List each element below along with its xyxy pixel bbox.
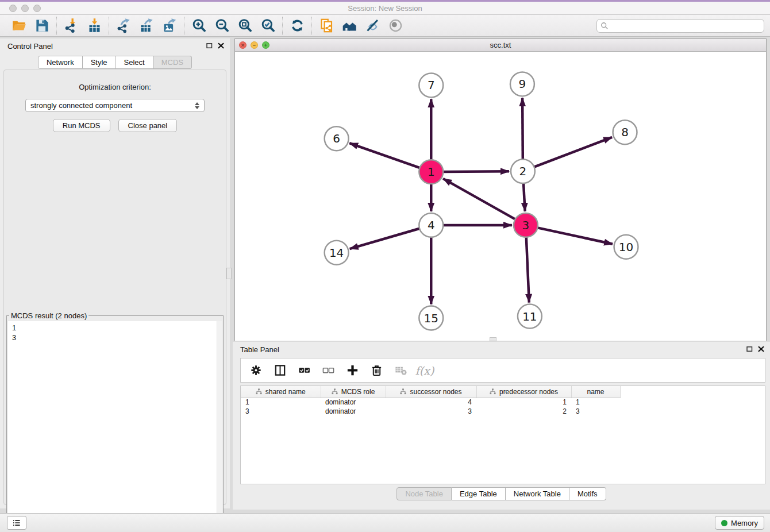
node-9[interactable]: 9 [510, 72, 534, 96]
tab-network[interactable]: Network [38, 56, 83, 69]
close-panel-icon[interactable] [218, 43, 224, 49]
function-builder-button[interactable]: f(x) [417, 363, 433, 379]
horizontal-splitter-handle[interactable] [490, 337, 496, 341]
svg-text:11: 11 [522, 310, 537, 323]
edge-4-14[interactable] [350, 229, 420, 249]
node-6[interactable]: 6 [325, 126, 349, 151]
run-mcds-button[interactable]: Run MCDS [53, 119, 110, 132]
cell-successor-nodes[interactable]: 4 [386, 398, 476, 407]
column-header-successor-nodes[interactable]: successor nodes [386, 386, 476, 398]
edge-3-11[interactable] [526, 237, 529, 303]
node-table-container[interactable]: shared nameMCDS rolesuccessor nodesprede… [240, 385, 765, 484]
node-7[interactable]: 7 [419, 73, 443, 97]
cell-mcds-role[interactable]: dominator [321, 398, 386, 407]
mcds-result-line: 3 [12, 333, 222, 342]
import-network-icon [64, 18, 79, 33]
tab-style[interactable]: Style [83, 56, 116, 69]
edge-2-9[interactable] [522, 98, 523, 159]
close-panel-button[interactable]: Close panel [118, 119, 178, 132]
delete-table-button[interactable] [392, 363, 409, 379]
zoom-out-icon [214, 18, 230, 33]
float-panel-icon[interactable] [206, 43, 213, 49]
import-table-button[interactable] [84, 17, 104, 35]
node-2[interactable]: 2 [511, 159, 535, 183]
cell-mcds-role[interactable]: dominator [321, 407, 386, 416]
zoom-out-button[interactable] [212, 17, 232, 35]
task-history-button[interactable] [7, 516, 26, 530]
column-header-predecessor-nodes[interactable]: predecessor nodes [476, 386, 571, 398]
node-4[interactable]: 4 [419, 213, 443, 237]
node-11[interactable]: 11 [518, 304, 542, 329]
import-network-button[interactable] [61, 17, 81, 35]
table-row[interactable]: 1dominator411 [241, 398, 620, 407]
search-field[interactable] [596, 19, 764, 33]
edge-1-6[interactable] [349, 143, 419, 168]
delete-column-button[interactable] [368, 363, 384, 379]
cell-shared-name[interactable]: 3 [241, 407, 321, 416]
export-table-button[interactable] [137, 17, 156, 35]
open-folder-icon [11, 18, 27, 33]
export-image-button[interactable] [160, 17, 179, 35]
table-row[interactable]: 3dominator323 [241, 407, 620, 416]
node-14[interactable]: 14 [325, 241, 349, 265]
edge-3-1[interactable] [443, 179, 515, 219]
show-hide-panel-button[interactable] [386, 17, 405, 35]
memory-status-icon [721, 520, 727, 526]
export-network-button[interactable] [114, 17, 133, 35]
cell-predecessor-nodes[interactable]: 1 [476, 398, 571, 407]
column-header-mcds-role[interactable]: MCDS role [321, 386, 386, 398]
tab-select[interactable]: Select [116, 56, 153, 69]
network-window-titlebar[interactable]: ✕ − + scc.txt [235, 39, 766, 52]
node-1[interactable]: 1 [419, 160, 443, 184]
status-bar: Memory [0, 513, 770, 532]
cell-name[interactable]: 1 [571, 398, 620, 407]
control-panel: Control Panel NetworkStyleSelectMCDS Opt… [0, 38, 230, 508]
column-header-name[interactable]: name [571, 386, 620, 398]
refresh-view-button[interactable] [287, 17, 307, 35]
network-canvas[interactable]: 7968124314101511 [235, 52, 766, 341]
edge-3-10[interactable] [537, 228, 613, 244]
select-all-columns-button[interactable] [296, 363, 312, 379]
optimization-criterion-select[interactable]: strongly connected component [25, 99, 205, 112]
vertical-splitter-handle[interactable] [226, 268, 232, 279]
search-input[interactable] [611, 20, 760, 32]
column-header-shared-name[interactable]: shared name [241, 386, 321, 398]
cell-name[interactable]: 3 [571, 407, 620, 416]
zoom-in-icon [191, 18, 207, 33]
zoom-selected-button[interactable] [258, 17, 278, 35]
create-column-button[interactable] [344, 363, 360, 379]
edge-2-8[interactable] [534, 137, 612, 167]
tab-network-table[interactable]: Network Table [506, 487, 569, 500]
export-table-icon [139, 18, 155, 33]
show-column-panel-button[interactable] [272, 363, 288, 379]
zoom-in-button[interactable] [189, 17, 209, 35]
node-8[interactable]: 8 [613, 120, 637, 144]
show-graphics-details-button[interactable] [363, 17, 382, 35]
node-15[interactable]: 15 [419, 306, 443, 330]
memory-button[interactable]: Memory [715, 516, 764, 530]
close-table-panel-icon[interactable] [758, 346, 764, 352]
save-floppy-icon [34, 18, 50, 33]
float-table-panel-icon[interactable] [746, 346, 753, 352]
cell-shared-name[interactable]: 1 [241, 398, 321, 407]
tab-mcds[interactable]: MCDS [153, 56, 192, 69]
tab-node-table[interactable]: Node Table [396, 487, 452, 500]
cell-successor-nodes[interactable]: 3 [386, 407, 476, 416]
node-10[interactable]: 10 [614, 235, 638, 259]
first-neighbors-button[interactable] [340, 17, 359, 35]
mcds-result-box[interactable]: 13 [8, 321, 222, 526]
node-3[interactable]: 3 [514, 213, 538, 237]
cell-predecessor-nodes[interactable]: 2 [476, 407, 571, 416]
tab-edge-table[interactable]: Edge Table [452, 487, 506, 500]
node-table[interactable]: shared nameMCDS rolesuccessor nodesprede… [241, 386, 621, 416]
edge-2-3[interactable] [523, 183, 525, 211]
table-settings-button[interactable] [248, 363, 264, 379]
zoom-fit-button[interactable] [235, 17, 255, 35]
unselect-all-columns-button[interactable] [320, 363, 336, 379]
clone-network-button[interactable] [317, 17, 336, 35]
result-scrollbar[interactable] [217, 321, 222, 526]
edge-1-2[interactable] [443, 171, 509, 172]
tab-motifs[interactable]: Motifs [569, 487, 606, 500]
save-session-button[interactable] [32, 17, 52, 35]
open-session-button[interactable] [9, 17, 29, 35]
